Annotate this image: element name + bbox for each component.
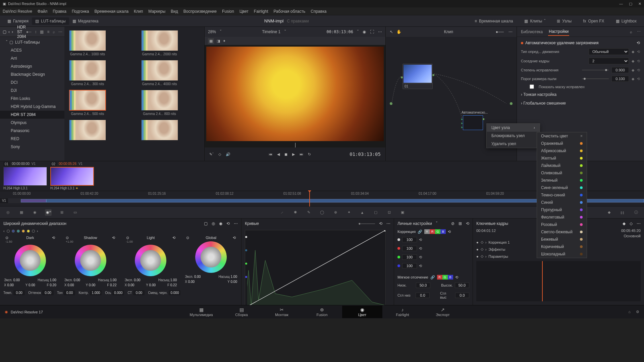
lut-thumb[interactable]: Gamma 2.4... 4000 nits (141, 60, 178, 86)
curve-dot[interactable]: ●───── (358, 221, 375, 226)
reset-icon[interactable]: ⟲ (637, 59, 640, 63)
lut-thumb[interactable]: Gamma 2.4... 800 nits (141, 90, 178, 116)
color-option[interactable]: Зеленый (537, 177, 587, 184)
expand-icon[interactable]: ⛶ (370, 29, 374, 34)
node-mode[interactable]: Клип (401, 29, 496, 34)
viewer-scrubber[interactable] (206, 143, 384, 147)
scope-icon[interactable]: ◉ (219, 221, 222, 226)
color-option[interactable]: Пурпурный (537, 206, 587, 214)
color-option[interactable]: Коричневый (537, 243, 587, 250)
hdr-icon[interactable]: ◉ᴴ (45, 209, 52, 216)
menu-markers[interactable]: Маркеры (148, 9, 165, 14)
y-btn[interactable]: Y (424, 229, 430, 234)
page-tab-цвет[interactable]: ◉Цвет (342, 306, 382, 318)
chevron-down-icon[interactable]: ˇ (357, 29, 359, 34)
reset-icon[interactable]: ⟲ (466, 221, 469, 226)
zone-next-icon[interactable]: › (37, 229, 38, 233)
gallery-button[interactable]: ▦Галерея (4, 17, 32, 25)
sort-icon[interactable]: ↕ (35, 29, 37, 34)
b-btn[interactable]: B (448, 275, 453, 280)
page-tab-монтаж[interactable]: ✂Монтаж (262, 306, 302, 318)
3d-icon[interactable]: ▣ (399, 209, 406, 216)
reset-icon[interactable]: ⟲ (637, 41, 640, 45)
nav-back-icon[interactable]: ‹ (8, 29, 10, 34)
color-option[interactable]: Лаймовый (537, 162, 587, 169)
lut-folder-item[interactable]: RED (0, 135, 64, 143)
timeline-button[interactable]: ≡Временная шкала (471, 17, 517, 25)
sizing-icon[interactable]: ⊡ (386, 209, 392, 216)
color-option[interactable]: Светло-бежевый (537, 228, 587, 236)
ctx-delete-node[interactable]: Удалить узел (487, 140, 540, 148)
b-btn[interactable]: B (440, 229, 446, 234)
reset-icon[interactable]: ⟲ (419, 238, 422, 242)
reset-icon[interactable]: ⟲ (226, 221, 230, 226)
wheel-light[interactable]: ⊙Light⟲-1.00Эксп. 0.00Насыщ 1.00X 0.00Y … (124, 236, 178, 288)
blue-value[interactable] (402, 263, 417, 268)
lut-folder-item[interactable]: Sony (0, 143, 64, 151)
page-tab-fairlight[interactable]: ♪Fairlight (382, 306, 423, 318)
lut-folder-item[interactable]: HDR Hybrid Log-Gamma (0, 103, 64, 111)
keyframe-icon[interactable]: ◆ (632, 50, 634, 54)
lut-thumb[interactable]: Gamma 2.4... 1000 nits (69, 30, 106, 56)
lut-thumb[interactable] (141, 120, 178, 142)
high-value[interactable]: 50.0 (455, 283, 469, 288)
info-icon[interactable]: ⓘ (633, 209, 639, 216)
search-icon[interactable]: ⌕ (630, 30, 632, 34)
hand-icon[interactable]: ✋ (396, 29, 401, 34)
color-option[interactable]: Желтый (537, 155, 587, 162)
link-icon[interactable]: 🔗 (418, 230, 422, 234)
key-icon[interactable]: ▢ (372, 209, 379, 216)
menu-help[interactable]: Справка (311, 9, 326, 14)
r-btn[interactable]: R (437, 275, 442, 280)
tint-value[interactable]: 0.00 (42, 290, 54, 295)
search-icon[interactable]: ⌕ (53, 29, 55, 34)
prev-frame-icon[interactable]: ◀ (277, 152, 280, 157)
menu-timeline[interactable]: Временная шкала (95, 9, 129, 14)
lut-root[interactable]: ˇ▢LUT-таблицы (0, 38, 64, 46)
mode-icon[interactable]: ▢ (204, 221, 208, 226)
red-value[interactable] (402, 246, 417, 251)
panel-icon[interactable]: ▢ (3, 29, 6, 34)
pointer-icon[interactable]: ↖ (390, 29, 393, 34)
more-icon[interactable]: ⋯ (234, 221, 238, 226)
tab-settings[interactable]: Настройки (548, 28, 569, 36)
lut-thumb[interactable]: Gamma 2.4... 300 nits (69, 60, 106, 86)
fx-active-dot[interactable] (521, 42, 523, 44)
list-view-icon[interactable]: ≡ (47, 29, 49, 34)
keyframe-icon[interactable]: ◆ (632, 68, 634, 72)
color-option[interactable]: Оливковый (537, 169, 587, 177)
openfx-button[interactable]: fxOpen FX (580, 17, 607, 25)
node-01[interactable]: 01 (402, 64, 433, 89)
dust-threshold-slider[interactable]: .prop-slider[data-name='dust-threshold-s… (582, 78, 609, 79)
target-icon[interactable]: ◎ (212, 221, 215, 226)
stop-icon[interactable]: ◼ (284, 152, 287, 157)
expand-icon[interactable]: ⊞ (459, 221, 462, 226)
r-btn[interactable]: R (430, 229, 435, 234)
green-dot[interactable] (397, 256, 400, 258)
minimize-icon[interactable]: — (619, 2, 623, 6)
maximize-icon[interactable]: ▢ (629, 2, 632, 6)
picker-icon[interactable]: ✎ˇ (209, 152, 214, 157)
link-icon[interactable]: ⊘ (451, 221, 454, 226)
nodes-button[interactable]: ⊞Узлы (553, 17, 575, 25)
menu-clip[interactable]: Клип (134, 9, 143, 14)
keyframes-mode-icon[interactable]: ◆ (606, 209, 612, 216)
loop-icon[interactable]: ↻ (308, 152, 311, 157)
wheels-icon[interactable]: ◉ (32, 209, 38, 216)
magic-mask-icon[interactable]: ✦ (345, 209, 352, 216)
reset-icon[interactable]: ⟲ (448, 230, 451, 234)
reset-icon[interactable]: ⟲ (419, 246, 422, 251)
luts-button[interactable]: ▤LUT-таблицы (32, 17, 69, 25)
lightbox-button[interactable]: ▦Lightbox (612, 17, 640, 25)
timeline-name[interactable]: Timeline 1 (262, 29, 280, 34)
custom-title[interactable]: Личные настройки (397, 221, 432, 226)
lut-folder-item[interactable]: HDR ST 2084 (0, 111, 64, 119)
audio-icon[interactable]: 🔊 (226, 152, 230, 157)
menu-workspace[interactable]: Рабочая область (274, 9, 306, 14)
repair-strength-slider[interactable] (582, 70, 609, 70)
scopes-icon[interactable]: ⫿⫿ (619, 209, 626, 216)
clip-thumb[interactable]: 0100:00:00:00V1H.264 High L3.1 (3, 162, 47, 190)
tab-library[interactable]: Библиотека (520, 28, 543, 36)
reset-icon[interactable]: ⟲ (637, 50, 640, 54)
more-icon[interactable]: ⋯ (508, 29, 513, 34)
